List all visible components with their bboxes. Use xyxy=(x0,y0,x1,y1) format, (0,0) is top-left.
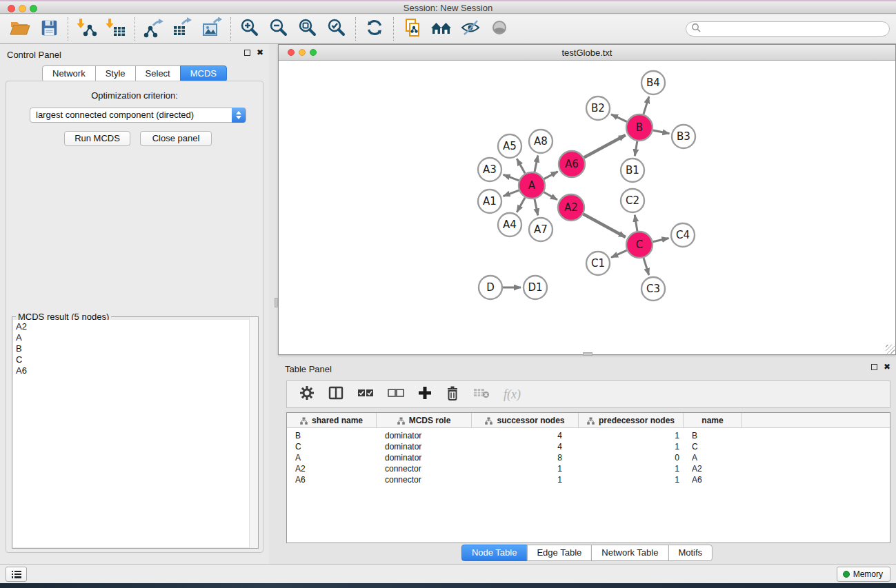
edge-C-C2[interactable] xyxy=(635,215,637,231)
close-panel-icon[interactable]: ✖ xyxy=(257,49,263,56)
show-hidden-button[interactable] xyxy=(485,16,514,42)
table-row[interactable]: Adominator80A xyxy=(287,452,890,463)
table-row[interactable]: A2connector11A2 xyxy=(287,463,890,474)
column-header-shared-name[interactable]: shared name xyxy=(287,413,377,428)
node-B2[interactable]: B2 xyxy=(586,97,610,120)
export-image-button[interactable] xyxy=(197,16,226,42)
criterion-dropdown[interactable]: largest connected component (directed) xyxy=(30,108,246,123)
node-A2[interactable]: A2 xyxy=(558,194,584,221)
result-item[interactable]: A6 xyxy=(13,365,257,376)
zoom-fit-button[interactable] xyxy=(293,16,322,42)
edge-A-A2[interactable] xyxy=(544,192,557,200)
network-canvas[interactable]: AA1A2A3A4A5A6A7A8BB1B2B3B4CC1C2C3C4DD1 xyxy=(279,61,895,354)
delete-column-button[interactable] xyxy=(446,385,459,403)
node-C[interactable]: C xyxy=(626,232,653,258)
select-all-button[interactable] xyxy=(357,388,374,401)
edge-B-B2[interactable] xyxy=(611,114,627,122)
edge-B-B4[interactable] xyxy=(644,97,649,114)
import-table-button[interactable] xyxy=(101,16,130,42)
node-D[interactable]: D xyxy=(479,276,502,299)
node-A8[interactable]: A8 xyxy=(529,130,552,153)
zoom-selected-button[interactable] xyxy=(322,16,351,42)
clone-network-button[interactable] xyxy=(398,16,427,42)
edge-A-A5[interactable] xyxy=(517,159,525,173)
node-C3[interactable]: C3 xyxy=(641,277,665,301)
node-B[interactable]: B xyxy=(626,114,653,141)
export-network-button[interactable] xyxy=(139,16,168,42)
tab-style[interactable]: Style xyxy=(95,65,136,82)
node-A4[interactable]: A4 xyxy=(498,213,521,236)
home-button[interactable] xyxy=(427,16,456,42)
edge-C-C3[interactable] xyxy=(644,258,649,275)
export-table-button[interactable] xyxy=(168,16,197,42)
node-A3[interactable]: A3 xyxy=(478,158,501,181)
column-header-predecessor-nodes[interactable]: predecessor nodes xyxy=(579,413,684,428)
add-column-button[interactable] xyxy=(418,386,432,403)
edge-B-B1[interactable] xyxy=(635,141,637,156)
table-row[interactable]: A6connector11A6 xyxy=(287,474,890,485)
zoom-in-button[interactable] xyxy=(235,16,264,42)
result-item[interactable]: C xyxy=(13,354,257,365)
tab-network[interactable]: Network xyxy=(42,65,96,82)
close-panel-button[interactable]: Close panel xyxy=(140,131,212,146)
run-mcds-button[interactable]: Run MCDS xyxy=(64,131,130,146)
column-header-MCDS-role[interactable]: MCDS role xyxy=(377,413,472,428)
node-A5[interactable]: A5 xyxy=(498,134,521,158)
result-item[interactable]: A2 xyxy=(13,320,257,332)
edge-A-A4[interactable] xyxy=(517,197,525,212)
open-session-button[interactable] xyxy=(6,16,34,42)
node-A1[interactable]: A1 xyxy=(478,190,501,213)
tab-motifs[interactable]: Motifs xyxy=(668,545,713,561)
result-item[interactable]: B xyxy=(13,343,257,354)
edge-C-C1[interactable] xyxy=(611,250,627,257)
table-row[interactable]: Bdominator41B xyxy=(287,430,890,441)
show-columns-button[interactable] xyxy=(328,386,344,403)
node-B4[interactable]: B4 xyxy=(641,71,665,94)
node-B3[interactable]: B3 xyxy=(672,125,695,148)
node-D1[interactable]: D1 xyxy=(524,276,547,299)
node-A[interactable]: A xyxy=(519,172,545,199)
float-table-panel-icon[interactable] xyxy=(871,364,877,370)
column-header-successor-nodes[interactable]: successor nodes xyxy=(472,413,579,428)
show-panels-button[interactable] xyxy=(6,567,27,582)
tab-select[interactable]: Select xyxy=(135,65,181,82)
network-vertical-scrollbar[interactable] xyxy=(275,298,278,307)
edge-A-A1[interactable] xyxy=(504,190,519,196)
save-session-button[interactable] xyxy=(34,16,63,42)
tab-network-table[interactable]: Network Table xyxy=(591,545,668,561)
column-header-name[interactable]: name xyxy=(684,413,742,428)
edge-B-B3[interactable] xyxy=(653,130,670,134)
network-window-titlebar[interactable]: testGlobe.txt xyxy=(279,45,895,61)
refresh-button[interactable] xyxy=(360,16,389,42)
result-item[interactable]: A xyxy=(13,332,257,343)
window-resize-grip[interactable] xyxy=(886,345,895,354)
function-builder-button[interactable]: f(x) xyxy=(504,387,521,402)
mcds-result-list[interactable]: A2ABCA6 xyxy=(13,320,257,547)
tab-edge-table[interactable]: Edge Table xyxy=(526,545,592,561)
edge-A-A3[interactable] xyxy=(504,174,519,181)
edge-A2-C[interactable] xyxy=(584,214,626,237)
delete-table-button[interactable] xyxy=(473,387,490,401)
edge-A6-B[interactable] xyxy=(584,135,626,158)
close-table-panel-icon[interactable]: ✖ xyxy=(884,363,890,370)
float-panel-icon[interactable] xyxy=(244,50,250,56)
hide-selected-button[interactable] xyxy=(456,16,485,42)
memory-button[interactable]: Memory xyxy=(837,567,890,582)
import-network-button[interactable] xyxy=(72,16,101,42)
result-scrollbar[interactable] xyxy=(249,317,258,548)
edge-C-C4[interactable] xyxy=(653,239,669,242)
zoom-out-button[interactable] xyxy=(264,16,293,42)
tab-node-table[interactable]: Node Table xyxy=(461,545,528,561)
unselect-all-button[interactable] xyxy=(388,388,404,401)
table-settings-button[interactable] xyxy=(299,385,315,403)
node-B1[interactable]: B1 xyxy=(621,159,644,182)
edge-A-A6[interactable] xyxy=(544,172,558,179)
node-A7[interactable]: A7 xyxy=(529,218,552,241)
search-field[interactable] xyxy=(686,21,890,37)
search-input[interactable] xyxy=(701,23,889,35)
node-C4[interactable]: C4 xyxy=(671,223,695,247)
node-A6[interactable]: A6 xyxy=(559,151,585,177)
tab-mcds[interactable]: MCDS xyxy=(180,65,227,82)
edge-A-A8[interactable] xyxy=(535,156,538,172)
node-C2[interactable]: C2 xyxy=(621,189,644,212)
